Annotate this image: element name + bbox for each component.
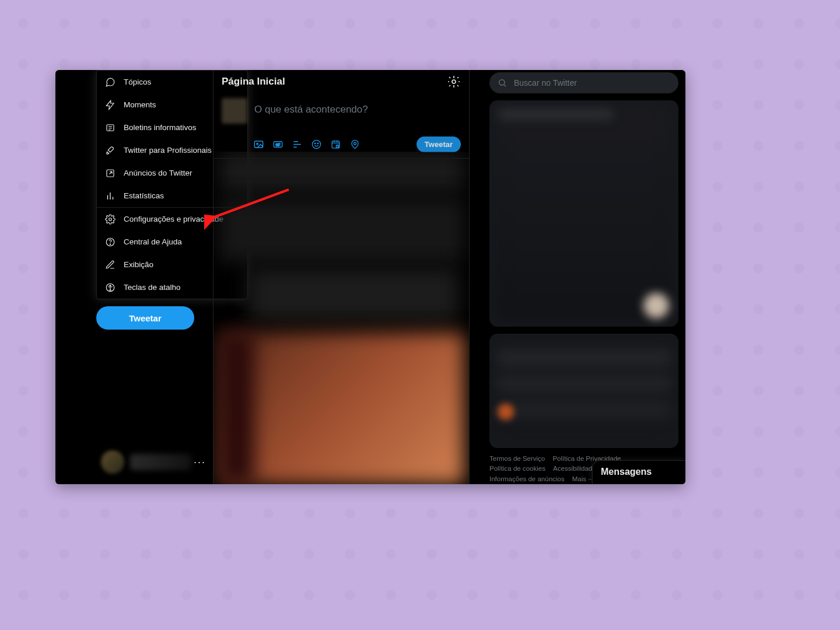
who-to-follow-card-blurred — [489, 334, 678, 448]
compose-tweet-label: Tweetar — [425, 140, 453, 149]
gear-icon — [105, 214, 116, 225]
trends-card-blurred — [489, 100, 678, 327]
menu-label: Anúncios do Twitter — [124, 169, 192, 177]
svg-point-7 — [452, 80, 456, 83]
footer-link[interactable]: Acessibilidade — [553, 464, 596, 474]
more-icon[interactable]: ··· — [191, 454, 208, 471]
account-name-blurred — [130, 454, 191, 470]
menu-label: Central de Ajuda — [124, 237, 182, 246]
search-placeholder: Buscar no Twitter — [514, 78, 577, 88]
svg-point-2 — [109, 218, 112, 220]
twitter-app-window: Tópicos Moments Boletins informativos Tw… — [55, 70, 685, 484]
menu-label: Teclas de atalho — [124, 283, 181, 292]
menu-label: Moments — [124, 100, 156, 109]
svg-point-14 — [317, 143, 318, 144]
timeline-column: Página Inicial O que está acontecendo? G… — [213, 70, 470, 484]
search-icon — [498, 78, 507, 88]
compose-toolbar: GIF — [253, 139, 360, 150]
menu-label: Configurações e privacidade — [124, 215, 223, 223]
timeline-header: Página Inicial — [214, 70, 469, 93]
svg-point-9 — [257, 144, 258, 145]
search-input[interactable]: Buscar no Twitter — [489, 72, 678, 93]
footer-link[interactable]: Política de cookies — [489, 464, 545, 474]
menu-label: Twitter para Profissionais — [124, 146, 212, 155]
menu-label: Tópicos — [124, 78, 151, 86]
sidebar-tweet-button[interactable]: Tweetar — [96, 306, 194, 330]
footer-link[interactable]: Termos de Serviço — [489, 454, 545, 464]
gif-icon[interactable]: GIF — [272, 139, 284, 150]
emoji-icon[interactable] — [311, 139, 322, 150]
svg-point-13 — [314, 143, 316, 144]
svg-point-6 — [110, 285, 111, 286]
compose-placeholder[interactable]: O que está acontecendo? — [254, 98, 461, 116]
menu-label: Exibição — [124, 260, 153, 269]
arrow-out-icon — [105, 168, 116, 178]
chart-icon — [105, 191, 116, 201]
schedule-icon[interactable] — [330, 139, 341, 150]
compose-avatar — [222, 98, 247, 124]
menu-label: Boletins informativos — [124, 123, 197, 132]
svg-point-17 — [354, 142, 356, 145]
messages-dock[interactable]: Mensagens — [592, 460, 685, 484]
avatar — [101, 450, 124, 474]
topic-icon — [105, 77, 116, 88]
compose-tweet-box: O que está acontecendo? GIF Tweetar — [214, 93, 469, 159]
account-switcher[interactable]: ··· — [96, 446, 213, 478]
top-tweets-toggle[interactable] — [447, 75, 461, 89]
sidebar-tweet-label: Tweetar — [129, 313, 162, 323]
media-icon[interactable] — [253, 139, 264, 150]
help-icon — [105, 237, 116, 247]
svg-point-18 — [499, 80, 505, 85]
poll-icon[interactable] — [292, 139, 303, 150]
compose-tweet-button[interactable]: Tweetar — [416, 136, 461, 152]
svg-point-12 — [312, 140, 320, 148]
location-icon[interactable] — [349, 139, 360, 150]
svg-text:GIF: GIF — [276, 144, 281, 146]
footer-link[interactable]: Informações de anúncios — [489, 474, 565, 484]
bolt-icon — [105, 100, 116, 110]
page-title: Página Inicial — [222, 76, 285, 88]
rocket-icon — [105, 145, 116, 156]
accessibility-icon — [105, 282, 116, 293]
svg-point-4 — [110, 244, 110, 244]
menu-label: Estatísticas — [124, 191, 164, 200]
right-sidebar: Buscar no Twitter Termos de Serviço Polí… — [482, 70, 685, 484]
messages-title: Mensagens — [601, 467, 652, 477]
timeline-feed-blurred — [214, 152, 469, 484]
edit-icon — [105, 260, 116, 270]
footer-link[interactable]: Mais ··· — [572, 474, 594, 484]
newsletter-icon — [105, 123, 116, 133]
